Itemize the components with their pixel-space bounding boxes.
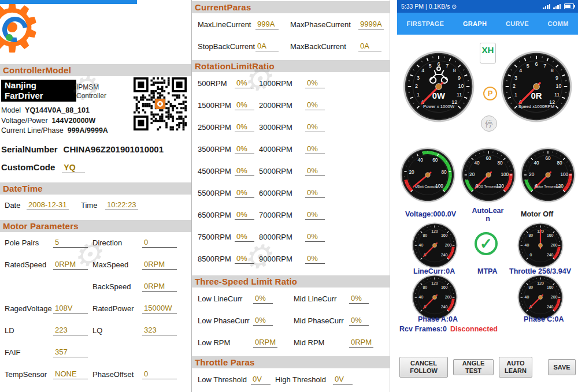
param-value-field[interactable]: 0%: [305, 144, 325, 154]
param-value-field[interactable]: 9999A: [358, 20, 384, 29]
param-row: 5500RPM0%6000RPM0%: [192, 182, 390, 204]
svg-text:11: 11: [457, 92, 462, 98]
param-label: MaxLineCurrent: [198, 20, 255, 29]
param-label: MaxPhaseCurrent: [290, 20, 358, 29]
svg-text:200: 200: [445, 243, 452, 247]
param-value-field[interactable]: 5: [53, 238, 88, 248]
angle-test-button[interactable]: ANGLE TEST: [453, 359, 494, 375]
custom-code-field[interactable]: YQ: [62, 163, 85, 173]
param-label: 6500RPM: [198, 211, 235, 219]
param-value-field[interactable]: 223: [53, 326, 88, 335]
svg-text:40: 40: [533, 160, 539, 166]
time-field[interactable]: 10:22:23: [105, 200, 138, 210]
param-label: PhaseOffset: [92, 370, 142, 379]
nav-tabs: FIRSTPAGE GRAPH CURVE COMM: [397, 13, 578, 35]
date-field[interactable]: 2008-12-31: [27, 200, 69, 210]
motor-temperature-gauge: 020406080100120Motor Temprature: [520, 147, 576, 203]
param-value-field[interactable]: 0%: [253, 316, 273, 326]
param-value-field[interactable]: 0RPM: [142, 260, 177, 270]
param-value-field[interactable]: 108V: [53, 304, 88, 313]
param-value-field[interactable]: 0%: [235, 188, 254, 198]
section-header-rotation-limit: RotationLimitRatio: [192, 60, 390, 72]
param-value-field[interactable]: NONE: [53, 369, 88, 379]
svg-text:40: 40: [418, 158, 424, 163]
fardriver-gear-logo-icon: [0, 4, 57, 64]
param-value-field[interactable]: 0%: [349, 294, 369, 304]
param-value-field[interactable]: 0%: [235, 100, 254, 110]
param-value-field[interactable]: 0%: [305, 188, 325, 198]
section-header-controller-model: ControllerModel: [0, 64, 191, 76]
controller-info-lines: ModelYQ144V0A_88_101 Voltage/Power144V20…: [1, 106, 131, 136]
param-value-field[interactable]: 999A: [255, 20, 279, 29]
param-value-field[interactable]: 0%: [305, 254, 325, 264]
param-value-field[interactable]: 323: [142, 326, 177, 335]
phase-a-gauge: 04080120160200240: [412, 274, 458, 320]
stop-indicator-icon[interactable]: 停: [481, 115, 497, 132]
svg-text:5: 5: [527, 63, 529, 69]
voltage-power-label: Voltage/Power: [1, 117, 48, 125]
param-value-field[interactable]: 0%: [235, 79, 254, 88]
section-header-throttle-paras: Throttle Paras: [192, 356, 390, 368]
param-value-field[interactable]: 0%: [305, 210, 325, 220]
param-value-field[interactable]: 0%: [235, 210, 254, 220]
param-value-field[interactable]: 0%: [305, 100, 325, 110]
param-label: RatedPower: [92, 304, 142, 313]
qr-code: [134, 77, 187, 130]
svg-text:1: 1: [514, 92, 517, 98]
param-value-field[interactable]: 15000W: [142, 304, 177, 313]
param-value-field[interactable]: 0%: [253, 294, 273, 304]
middle-panel: CurrentParas MaxLineCurrent999AMaxPhaseC…: [192, 0, 390, 392]
tab-curve[interactable]: CURVE: [505, 18, 530, 29]
param-value-field[interactable]: 0%: [235, 254, 254, 264]
date-time-row: Date 2008-12-31 Time 10:22:23: [0, 195, 191, 216]
svg-text:160: 160: [441, 285, 448, 289]
param-value-field[interactable]: 0%: [235, 166, 254, 176]
logo-dot: [6, 34, 13, 41]
svg-text:9: 9: [555, 75, 558, 81]
param-value-field[interactable]: 357: [53, 348, 88, 357]
throttle-gauge: 04080120160200240: [517, 222, 564, 268]
param-value-field[interactable]: 0%: [235, 144, 254, 154]
param-value-field[interactable]: 0RPM: [53, 260, 88, 270]
svg-text:80: 80: [441, 170, 447, 175]
param-value-field[interactable]: 0V: [333, 375, 353, 384]
param-value-field[interactable]: 0%: [235, 232, 254, 242]
svg-text:120: 120: [431, 281, 438, 285]
param-row: FAIF357: [0, 342, 191, 364]
param-label: TempSensor: [5, 370, 53, 379]
tab-graph[interactable]: GRAPH: [462, 18, 488, 29]
save-button[interactable]: SAVE: [548, 359, 576, 375]
param-label: RatedSpeed: [5, 260, 53, 269]
param-value-field[interactable]: 0RPM: [253, 338, 277, 348]
parking-indicator-icon[interactable]: P: [483, 87, 497, 100]
param-value-field[interactable]: 0RPM: [349, 338, 373, 348]
param-row: RagedVoltage108VRatedPower15000W: [0, 298, 191, 320]
param-value-field[interactable]: 0%: [305, 166, 325, 176]
param-value-field[interactable]: 0%: [305, 79, 325, 88]
tab-comm[interactable]: COMM: [547, 18, 570, 29]
param-value-field[interactable]: 0: [142, 369, 177, 379]
param-value-field[interactable]: 0%: [305, 122, 325, 132]
cancel-follow-button[interactable]: CANCEL FOLLOW: [399, 357, 448, 378]
param-value-field[interactable]: 0A: [255, 42, 279, 51]
param-value-field[interactable]: 0A: [358, 42, 381, 51]
param-value-field[interactable]: 0%: [235, 122, 254, 132]
svg-text:200: 200: [445, 295, 452, 299]
svg-text:Speed x1000RPM: Speed x1000RPM: [518, 104, 554, 109]
param-label: RagedVoltage: [5, 304, 53, 313]
svg-text:200: 200: [551, 295, 558, 299]
param-value-field[interactable]: 0RPM: [142, 282, 177, 292]
svg-text:40: 40: [525, 295, 529, 299]
brand-type: IPMSM Controller: [76, 83, 106, 100]
param-label: Low LineCurr: [198, 294, 253, 303]
param-value-field[interactable]: 0: [142, 238, 177, 248]
param-value-field[interactable]: 0V: [251, 375, 271, 384]
auto-learn-button[interactable]: AUTO LEARN: [499, 357, 532, 378]
param-value-field[interactable]: 0%: [349, 316, 369, 326]
svg-text:20: 20: [409, 170, 414, 175]
tab-firstpage[interactable]: FIRSTPAGE: [405, 18, 445, 29]
svg-text:8: 8: [551, 68, 554, 73]
param-label: High Threshold: [275, 375, 333, 384]
signal2-icon: [553, 4, 561, 9]
param-value-field[interactable]: 0%: [305, 232, 325, 242]
